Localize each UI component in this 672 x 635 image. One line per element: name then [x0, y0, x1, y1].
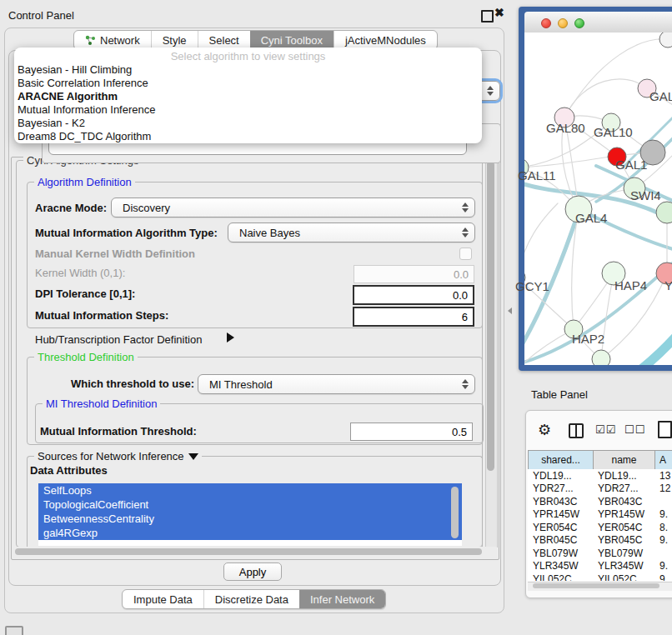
- combo-stepper-icon: [487, 86, 494, 96]
- window-close-button[interactable]: [541, 18, 551, 28]
- mi-threshold-input[interactable]: [350, 422, 473, 441]
- data-attributes-label: Data Attributes: [30, 464, 108, 477]
- popup-item-bayesian-hill-climbing[interactable]: Bayesian - Hill Climbing: [14, 63, 482, 77]
- tab-infer-network[interactable]: Infer Network: [299, 590, 385, 608]
- cell-name: YBR045C: [593, 534, 654, 546]
- hub-expander-icon[interactable]: [227, 332, 234, 342]
- list-item-gal4rgexp[interactable]: gal4RGexp: [38, 526, 462, 540]
- cell-shared: YIL052C: [528, 573, 593, 581]
- node-label: GAL10: [594, 125, 633, 139]
- table-row[interactable]: YBR045C YBR045C 9.: [528, 534, 672, 548]
- mi-type-label: Mutual Information Algorithm Type:: [35, 227, 218, 239]
- network-node[interactable]: [592, 350, 610, 365]
- aracne-mode-combo[interactable]: Discovery: [111, 198, 475, 218]
- list-item-betweennesscentrality[interactable]: BetweennessCentrality: [38, 512, 462, 526]
- kernel-width-input[interactable]: [354, 265, 474, 283]
- cell-value: 8.: [654, 522, 672, 533]
- kernel-width-label: Kernel Width (0,1):: [35, 267, 125, 279]
- table-row[interactable]: YIL052C YIL052C 9.: [528, 572, 672, 581]
- cell-shared: YBL079W: [528, 548, 593, 559]
- tab-discretize-data[interactable]: Discretize Data: [203, 590, 299, 608]
- table-hscrollbar-thumb[interactable]: [533, 583, 659, 588]
- data-attributes-list: SelfLoops TopologicalCoefficient Between…: [38, 483, 462, 546]
- network-tab-icon: [85, 35, 96, 46]
- tab-impute-data[interactable]: Impute Data: [123, 590, 203, 608]
- sources-title-text: Sources for Network Inference: [38, 450, 184, 462]
- tab-cyni-toolbox[interactable]: Cyni Toolbox: [250, 31, 333, 49]
- sources-collapse-icon[interactable]: [188, 453, 198, 460]
- settings-vscrollbar-thumb[interactable]: [487, 161, 494, 471]
- select-all-icon[interactable]: ☑☑: [595, 423, 616, 436]
- cell-value: 9.: [654, 534, 672, 546]
- popup-item-bayesian-k2[interactable]: Bayesian - K2: [14, 117, 482, 130]
- cell-shared: YBR043C: [528, 496, 593, 508]
- control-panel-title: Control Panel: [8, 9, 74, 22]
- dpi-tolerance-input[interactable]: [353, 285, 474, 305]
- cell-shared: YER054C: [528, 522, 593, 533]
- node-label: GAL: [649, 89, 672, 103]
- popup-item-basic-correlation[interactable]: Basic Correlation Inference: [14, 77, 482, 90]
- column-selector-icon[interactable]: [569, 423, 584, 438]
- tab-network-label: Network: [100, 34, 140, 47]
- network-node[interactable]: [659, 32, 672, 48]
- popup-item-mutual-information[interactable]: Mutual Information Inference: [14, 103, 482, 117]
- window-minimize-button[interactable]: [558, 18, 568, 28]
- network-node[interactable]: [656, 202, 672, 223]
- deselect-all-icon[interactable]: ☐☐: [624, 423, 645, 436]
- cell-name: YDR27...: [593, 482, 654, 494]
- close-panel-icon[interactable]: ✖: [494, 6, 504, 19]
- cell-name: YLR345W: [593, 560, 654, 572]
- table-row[interactable]: YDR27... YDR27... 12: [528, 482, 672, 496]
- tab-network[interactable]: Network: [74, 31, 151, 49]
- tab-jactivemnodules[interactable]: jActiveMNodules: [333, 31, 437, 49]
- cell-shared: YDL19...: [528, 470, 593, 482]
- apply-button[interactable]: Apply: [223, 562, 282, 581]
- cell-shared: YLR345W: [528, 560, 593, 572]
- column-header-shared-name[interactable]: shared...: [529, 451, 594, 469]
- network-window-titlebar[interactable]: [524, 12, 672, 33]
- mi-threshold-group-title: MI Threshold Definition: [43, 398, 160, 410]
- column-header-value[interactable]: A: [655, 451, 672, 469]
- column-header-shared-label: shared...: [541, 454, 580, 466]
- node-label: GAL1: [615, 158, 647, 172]
- minimized-panel-icon[interactable]: [5, 626, 23, 635]
- node-label: GAL80: [546, 121, 585, 135]
- cell-shared: YPR145W: [528, 508, 593, 520]
- attributes-list-scrollbar[interactable]: [451, 487, 459, 538]
- mi-type-combo[interactable]: Naive Bayes: [228, 222, 475, 242]
- aracne-mode-label: Aracne Mode:: [35, 202, 107, 214]
- column-header-name[interactable]: name: [594, 451, 655, 469]
- float-panel-button[interactable]: [481, 10, 494, 22]
- table-row[interactable]: YER054C YER054C 8.: [528, 521, 672, 534]
- cell-value: 9.: [654, 573, 672, 581]
- window-zoom-button[interactable]: [574, 18, 584, 28]
- table-row[interactable]: YDL19... YDL19... 13: [528, 469, 672, 482]
- node-label: HAP2: [572, 332, 604, 346]
- table-row[interactable]: YLR345W YLR345W 9.: [528, 560, 672, 573]
- table-row[interactable]: YBL079W YBL079W: [528, 547, 672, 560]
- threshold-definition-title: Threshold Definition: [34, 351, 138, 363]
- popup-item-aracne[interactable]: ARACNE Algorithm: [14, 90, 482, 103]
- aracne-mode-value: Discovery: [123, 202, 170, 214]
- table-row[interactable]: YBR043C YBR043C: [528, 495, 672, 508]
- cell-name: YER054C: [593, 522, 654, 533]
- divider-collapse-icon[interactable]: [508, 308, 512, 314]
- dpi-tolerance-label: DPI Tolerance [0,1]:: [35, 288, 135, 300]
- tab-style[interactable]: Style: [151, 31, 198, 49]
- new-table-icon[interactable]: [658, 421, 672, 438]
- list-item-topologicalcoefficient[interactable]: TopologicalCoefficient: [38, 498, 462, 512]
- tab-select[interactable]: Select: [198, 31, 250, 49]
- algorithm-popup: Select algorithm to view settings Bayesi…: [14, 48, 482, 143]
- settings-hscrollbar-thumb[interactable]: [15, 548, 482, 555]
- control-panel: Control Panel ✖ Network Style: [0, 0, 510, 635]
- which-threshold-combo[interactable]: MI Threshold: [198, 374, 475, 394]
- cell-value: 9.: [654, 560, 672, 572]
- tab-style-label: Style: [163, 34, 187, 47]
- table-settings-gear-icon[interactable]: ⚙: [538, 421, 551, 439]
- mi-steps-input[interactable]: [353, 307, 474, 327]
- popup-item-dream8[interactable]: Dream8 DC_TDC Algorithm: [14, 130, 482, 143]
- list-item-selfloops[interactable]: SelfLoops: [38, 483, 462, 498]
- bottom-tabbar: Impute Data Discretize Data Infer Networ…: [122, 589, 386, 609]
- manual-kernel-checkbox[interactable]: [459, 248, 472, 260]
- table-row[interactable]: YPR145W YPR145W 9.: [528, 508, 672, 522]
